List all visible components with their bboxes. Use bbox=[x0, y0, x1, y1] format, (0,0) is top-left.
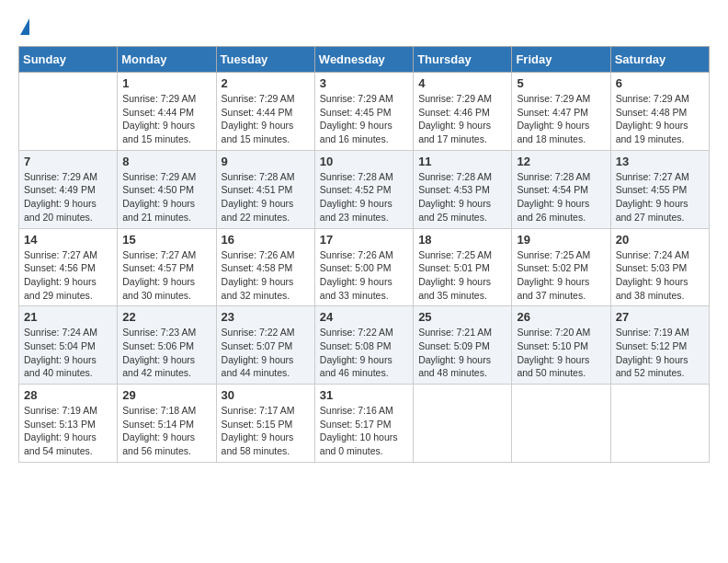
calendar-cell: 1Sunrise: 7:29 AMSunset: 4:44 PMDaylight… bbox=[118, 73, 216, 151]
day-number: 14 bbox=[24, 233, 112, 247]
day-info: Sunrise: 7:29 AMSunset: 4:50 PMDaylight:… bbox=[122, 170, 210, 224]
calendar-cell: 15Sunrise: 7:27 AMSunset: 4:57 PMDayligh… bbox=[118, 228, 216, 306]
calendar-body: 1Sunrise: 7:29 AMSunset: 4:44 PMDaylight… bbox=[19, 73, 710, 463]
day-info: Sunrise: 7:20 AMSunset: 5:10 PMDaylight:… bbox=[517, 326, 605, 380]
day-number: 20 bbox=[616, 233, 704, 247]
day-number: 25 bbox=[418, 310, 506, 324]
calendar-cell: 28Sunrise: 7:19 AMSunset: 5:13 PMDayligh… bbox=[19, 385, 118, 463]
calendar-cell: 6Sunrise: 7:29 AMSunset: 4:48 PMDaylight… bbox=[610, 73, 709, 151]
day-number: 29 bbox=[122, 388, 210, 402]
day-number: 3 bbox=[320, 76, 408, 90]
calendar-cell: 29Sunrise: 7:18 AMSunset: 5:14 PMDayligh… bbox=[118, 385, 216, 463]
day-number: 13 bbox=[616, 155, 704, 168]
calendar-week-row: 21Sunrise: 7:24 AMSunset: 5:04 PMDayligh… bbox=[19, 306, 710, 385]
day-of-week-header: Monday bbox=[118, 47, 216, 73]
calendar-cell bbox=[414, 385, 512, 463]
day-number: 19 bbox=[517, 233, 605, 247]
calendar-cell: 20Sunrise: 7:24 AMSunset: 5:03 PMDayligh… bbox=[610, 228, 709, 306]
calendar-cell: 14Sunrise: 7:27 AMSunset: 4:56 PMDayligh… bbox=[19, 228, 118, 306]
calendar-week-row: 1Sunrise: 7:29 AMSunset: 4:44 PMDaylight… bbox=[19, 73, 710, 151]
day-of-week-header: Sunday bbox=[19, 47, 118, 73]
calendar-cell: 23Sunrise: 7:22 AMSunset: 5:07 PMDayligh… bbox=[216, 306, 314, 385]
day-number: 10 bbox=[320, 155, 408, 168]
day-number: 21 bbox=[24, 310, 112, 324]
calendar-cell: 8Sunrise: 7:29 AMSunset: 4:50 PMDaylight… bbox=[118, 150, 216, 228]
calendar-week-row: 28Sunrise: 7:19 AMSunset: 5:13 PMDayligh… bbox=[19, 385, 710, 463]
calendar-cell: 12Sunrise: 7:28 AMSunset: 4:54 PMDayligh… bbox=[512, 150, 610, 228]
day-number: 4 bbox=[418, 76, 506, 90]
day-info: Sunrise: 7:29 AMSunset: 4:47 PMDaylight:… bbox=[517, 92, 605, 146]
calendar-week-row: 7Sunrise: 7:29 AMSunset: 4:49 PMDaylight… bbox=[19, 150, 710, 228]
day-number: 26 bbox=[517, 310, 605, 324]
day-number: 18 bbox=[418, 233, 506, 247]
calendar-cell bbox=[610, 385, 709, 463]
day-of-week-header: Saturday bbox=[610, 47, 709, 73]
logo bbox=[18, 18, 29, 37]
day-info: Sunrise: 7:26 AMSunset: 5:00 PMDaylight:… bbox=[320, 248, 408, 303]
calendar-cell: 31Sunrise: 7:16 AMSunset: 5:17 PMDayligh… bbox=[314, 385, 413, 463]
calendar-cell: 9Sunrise: 7:28 AMSunset: 4:51 PMDaylight… bbox=[216, 150, 314, 228]
day-info: Sunrise: 7:22 AMSunset: 5:08 PMDaylight:… bbox=[320, 326, 408, 380]
calendar-cell: 30Sunrise: 7:17 AMSunset: 5:15 PMDayligh… bbox=[216, 385, 314, 463]
day-number: 24 bbox=[320, 310, 408, 324]
day-info: Sunrise: 7:25 AMSunset: 5:02 PMDaylight:… bbox=[517, 248, 605, 303]
day-info: Sunrise: 7:28 AMSunset: 4:53 PMDaylight:… bbox=[418, 170, 506, 224]
day-info: Sunrise: 7:24 AMSunset: 5:03 PMDaylight:… bbox=[616, 248, 704, 303]
calendar-cell: 3Sunrise: 7:29 AMSunset: 4:45 PMDaylight… bbox=[314, 73, 413, 151]
day-info: Sunrise: 7:19 AMSunset: 5:13 PMDaylight:… bbox=[24, 404, 112, 458]
day-info: Sunrise: 7:29 AMSunset: 4:48 PMDaylight:… bbox=[616, 92, 704, 146]
day-info: Sunrise: 7:23 AMSunset: 5:06 PMDaylight:… bbox=[122, 326, 210, 380]
day-number: 12 bbox=[517, 155, 605, 168]
calendar-cell: 2Sunrise: 7:29 AMSunset: 4:44 PMDaylight… bbox=[216, 73, 314, 151]
day-number: 31 bbox=[320, 388, 408, 402]
day-number: 6 bbox=[616, 76, 704, 90]
day-info: Sunrise: 7:17 AMSunset: 5:15 PMDaylight:… bbox=[222, 404, 310, 458]
calendar-cell: 21Sunrise: 7:24 AMSunset: 5:04 PMDayligh… bbox=[19, 306, 118, 385]
day-of-week-header: Thursday bbox=[414, 47, 512, 73]
calendar-table: SundayMondayTuesdayWednesdayThursdayFrid… bbox=[18, 46, 710, 463]
day-number: 8 bbox=[122, 155, 210, 168]
day-info: Sunrise: 7:29 AMSunset: 4:44 PMDaylight:… bbox=[222, 92, 310, 146]
calendar-cell: 5Sunrise: 7:29 AMSunset: 4:47 PMDaylight… bbox=[512, 73, 610, 151]
calendar-cell: 27Sunrise: 7:19 AMSunset: 5:12 PMDayligh… bbox=[610, 306, 709, 385]
days-of-week-row: SundayMondayTuesdayWednesdayThursdayFrid… bbox=[19, 47, 710, 73]
calendar-cell: 17Sunrise: 7:26 AMSunset: 5:00 PMDayligh… bbox=[314, 228, 413, 306]
day-info: Sunrise: 7:22 AMSunset: 5:07 PMDaylight:… bbox=[222, 326, 310, 380]
day-of-week-header: Wednesday bbox=[314, 47, 413, 73]
day-info: Sunrise: 7:16 AMSunset: 5:17 PMDaylight:… bbox=[320, 404, 408, 458]
calendar-cell: 24Sunrise: 7:22 AMSunset: 5:08 PMDayligh… bbox=[314, 306, 413, 385]
day-number: 5 bbox=[517, 76, 605, 90]
day-info: Sunrise: 7:29 AMSunset: 4:49 PMDaylight:… bbox=[24, 170, 112, 224]
day-number: 23 bbox=[222, 310, 310, 324]
day-info: Sunrise: 7:29 AMSunset: 4:46 PMDaylight:… bbox=[418, 92, 506, 146]
day-info: Sunrise: 7:19 AMSunset: 5:12 PMDaylight:… bbox=[616, 326, 704, 380]
day-number: 28 bbox=[24, 388, 112, 402]
day-number: 9 bbox=[222, 155, 310, 168]
day-of-week-header: Tuesday bbox=[216, 47, 314, 73]
day-number: 15 bbox=[122, 233, 210, 247]
calendar-cell: 10Sunrise: 7:28 AMSunset: 4:52 PMDayligh… bbox=[314, 150, 413, 228]
calendar-cell: 16Sunrise: 7:26 AMSunset: 4:58 PMDayligh… bbox=[216, 228, 314, 306]
day-number: 22 bbox=[122, 310, 210, 324]
day-info: Sunrise: 7:28 AMSunset: 4:52 PMDaylight:… bbox=[320, 170, 408, 224]
calendar-cell: 26Sunrise: 7:20 AMSunset: 5:10 PMDayligh… bbox=[512, 306, 610, 385]
day-info: Sunrise: 7:28 AMSunset: 4:51 PMDaylight:… bbox=[222, 170, 310, 224]
calendar-cell: 13Sunrise: 7:27 AMSunset: 4:55 PMDayligh… bbox=[610, 150, 709, 228]
day-number: 30 bbox=[222, 388, 310, 402]
page-header bbox=[18, 18, 710, 37]
day-number: 17 bbox=[320, 233, 408, 247]
day-info: Sunrise: 7:29 AMSunset: 4:45 PMDaylight:… bbox=[320, 92, 408, 146]
calendar-cell: 25Sunrise: 7:21 AMSunset: 5:09 PMDayligh… bbox=[414, 306, 512, 385]
day-info: Sunrise: 7:27 AMSunset: 4:55 PMDaylight:… bbox=[616, 170, 704, 224]
day-info: Sunrise: 7:29 AMSunset: 4:44 PMDaylight:… bbox=[122, 92, 210, 146]
day-number: 11 bbox=[418, 155, 506, 168]
calendar-cell: 4Sunrise: 7:29 AMSunset: 4:46 PMDaylight… bbox=[414, 73, 512, 151]
day-info: Sunrise: 7:28 AMSunset: 4:54 PMDaylight:… bbox=[517, 170, 605, 224]
day-info: Sunrise: 7:21 AMSunset: 5:09 PMDaylight:… bbox=[418, 326, 506, 380]
day-info: Sunrise: 7:24 AMSunset: 5:04 PMDaylight:… bbox=[24, 326, 112, 380]
day-number: 1 bbox=[122, 76, 210, 90]
logo-triangle-icon bbox=[20, 18, 29, 35]
calendar-cell bbox=[19, 73, 118, 151]
calendar-header: SundayMondayTuesdayWednesdayThursdayFrid… bbox=[19, 47, 710, 73]
calendar-cell bbox=[512, 385, 610, 463]
